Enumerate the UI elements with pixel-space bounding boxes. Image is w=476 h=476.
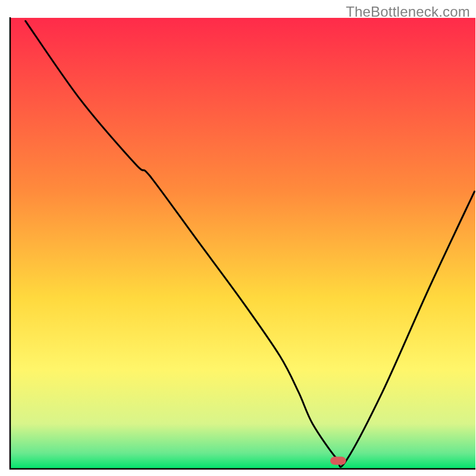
optimal-marker	[330, 457, 346, 465]
gradient-background	[10, 18, 475, 469]
chart-svg	[0, 0, 476, 476]
chart-canvas: { "watermark": "TheBottleneck.com", "cha…	[0, 0, 476, 476]
